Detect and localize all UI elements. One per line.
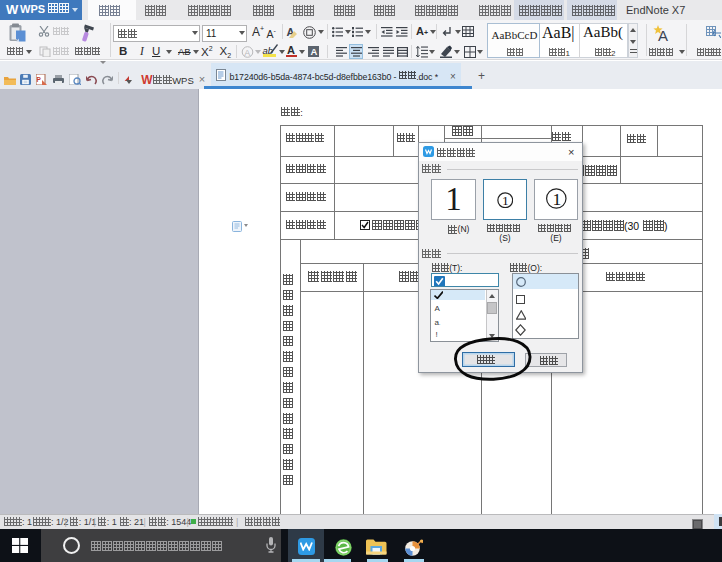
svg-text:1: 1 bbox=[552, 189, 561, 209]
svg-text:P: P bbox=[37, 76, 42, 83]
svg-text:A: A bbox=[244, 47, 250, 57]
svg-text:1: 1 bbox=[502, 193, 509, 208]
